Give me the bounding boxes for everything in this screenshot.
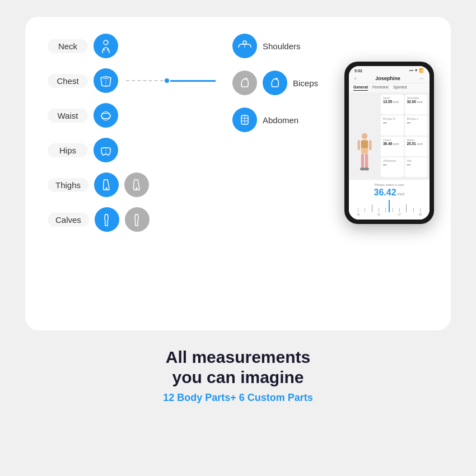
stat-shoulder: Shoulder 32.00 inch bbox=[405, 95, 428, 114]
body-item-waist: Waist bbox=[48, 103, 216, 128]
hips-icon bbox=[94, 138, 118, 162]
stat-biceps-r: Biceps R — bbox=[381, 115, 404, 135]
phone-signal: ▪▪▪ ✦ 📶 bbox=[409, 68, 424, 73]
phone-tabs: General Feminine Sported bbox=[349, 83, 430, 92]
phone-screen: 5:02 ▪▪▪ ✦ 📶 ‹ Josephine ⋯ General Femin… bbox=[349, 66, 430, 220]
thighs-icon-gray bbox=[124, 172, 149, 197]
ruler: 34 35 37 39 bbox=[354, 200, 424, 216]
stat-abdomen: Abdomen — bbox=[381, 157, 404, 177]
stat-biceps-l: Biceps L — bbox=[405, 115, 428, 135]
stat-waist: Waist 25.51 inch bbox=[405, 137, 428, 156]
chest-measurement-line bbox=[126, 78, 216, 83]
phone-outer: 5:02 ▪▪▪ ✦ 📶 ‹ Josephine ⋯ General Femin… bbox=[344, 62, 434, 224]
bottom-section: All measurementsyou can imagine 12 Body … bbox=[163, 347, 313, 404]
body-item-neck: Neck bbox=[48, 34, 216, 58]
svg-point-3 bbox=[101, 113, 110, 119]
svg-rect-13 bbox=[361, 154, 363, 168]
abdomen-icon bbox=[232, 108, 257, 132]
hips-label: Hips bbox=[48, 143, 88, 157]
neck-icon bbox=[94, 34, 118, 58]
svg-rect-16 bbox=[369, 140, 371, 150]
stat-neck: Neck 13.55 inch bbox=[381, 95, 404, 114]
shoulders-icon bbox=[232, 34, 257, 58]
phone-figure bbox=[349, 92, 380, 179]
calves-icon-blue bbox=[95, 207, 119, 232]
subline-text: 12 Body Parts+ 6 Custom Parts bbox=[163, 392, 313, 404]
svg-rect-12 bbox=[361, 140, 367, 148]
svg-point-4 bbox=[243, 41, 246, 44]
phone-nav-bar: ‹ Josephine ⋯ bbox=[349, 74, 430, 83]
phone-status-bar: 5:02 ▪▪▪ ✦ 📶 bbox=[349, 66, 430, 74]
right-column: Shoulders Biceps bbox=[216, 34, 428, 314]
svg-rect-15 bbox=[357, 140, 360, 150]
phone-time: 5:02 bbox=[354, 69, 362, 73]
biceps-label: Biceps bbox=[293, 78, 318, 88]
body-item-hips: Hips bbox=[48, 138, 216, 162]
headline-text: All measurementsyou can imagine bbox=[166, 347, 310, 388]
biceps-icon-blue bbox=[263, 71, 287, 95]
phone-menu-icon[interactable]: ⋯ bbox=[419, 76, 424, 81]
thighs-icon-blue bbox=[94, 172, 119, 197]
svg-rect-14 bbox=[365, 154, 367, 168]
select-size-label: Please select a size bbox=[374, 183, 404, 186]
phone-figure-area: Neck 13.55 inch Shoulder 32.00 inch Bice… bbox=[349, 92, 430, 179]
chest-icon bbox=[94, 68, 118, 93]
measurement-unit: inch bbox=[398, 192, 405, 196]
phone-tab-sported[interactable]: Sported bbox=[393, 85, 407, 91]
phone-measurement-panel: Please select a size 36.42 inch bbox=[349, 179, 430, 220]
main-card: Neck Chest bbox=[25, 17, 451, 330]
stat-hip: Hip — bbox=[405, 157, 428, 177]
thighs-label: Thighs bbox=[48, 178, 88, 192]
right-item-shoulders: Shoulders bbox=[232, 34, 301, 58]
phone-stats-grid: Neck 13.55 inch Shoulder 32.00 inch Bice… bbox=[380, 92, 430, 179]
phone-user-name: Josephine bbox=[360, 76, 416, 81]
measurement-value: 36.42 bbox=[374, 188, 396, 198]
waist-label: Waist bbox=[48, 109, 88, 123]
phone-tab-general[interactable]: General bbox=[353, 85, 368, 91]
back-arrow-icon[interactable]: ‹ bbox=[354, 76, 356, 81]
right-item-abdomen: Abdomen bbox=[232, 108, 298, 132]
svg-point-10 bbox=[361, 133, 367, 139]
phone-mockup: 5:02 ▪▪▪ ✦ 📶 ‹ Josephine ⋯ General Femin… bbox=[344, 62, 434, 224]
calves-label: Calves bbox=[48, 213, 89, 227]
abdomen-label: Abdomen bbox=[263, 115, 298, 125]
neck-label: Neck bbox=[48, 39, 88, 53]
body-item-calves: Calves bbox=[48, 207, 216, 232]
phone-tab-feminine[interactable]: Feminine bbox=[372, 85, 389, 91]
svg-point-18 bbox=[364, 167, 369, 170]
body-item-chest: Chest bbox=[48, 68, 216, 93]
right-item-biceps: Biceps bbox=[232, 71, 318, 95]
body-item-thighs: Thighs bbox=[48, 172, 216, 197]
svg-point-0 bbox=[104, 40, 108, 45]
waist-icon bbox=[94, 103, 118, 128]
left-column: Neck Chest bbox=[48, 34, 216, 314]
biceps-icon-gray bbox=[232, 71, 257, 95]
chest-label: Chest bbox=[48, 74, 88, 88]
calves-icon-gray bbox=[125, 207, 150, 232]
shoulders-label: Shoulders bbox=[263, 41, 301, 51]
stat-chest: Chest 36.46 inch bbox=[381, 137, 404, 156]
